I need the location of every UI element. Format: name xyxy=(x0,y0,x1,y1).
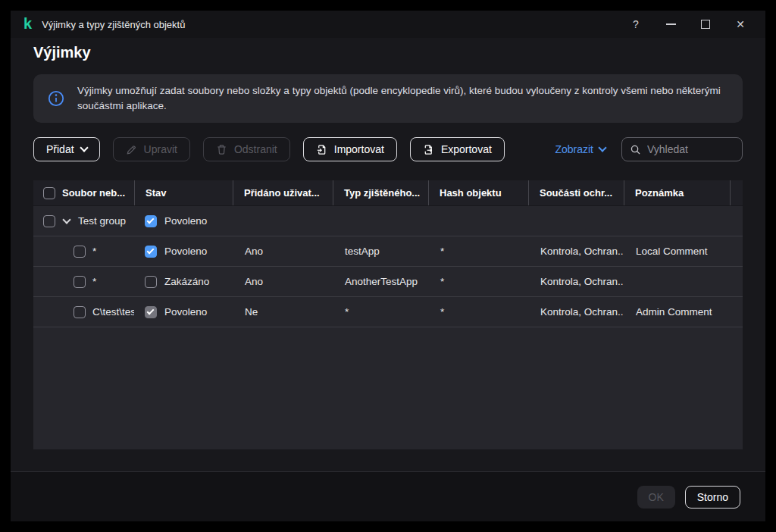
table-row[interactable]: * Zakázáno Ano AnotherTestApp * Kontrola… xyxy=(33,267,743,297)
file-or-folder-value: C\test\tes... xyxy=(92,306,134,318)
help-button[interactable]: ? xyxy=(618,11,653,38)
added-by-user-value: Ano xyxy=(233,236,333,266)
cancel-button[interactable]: Storno xyxy=(685,486,740,509)
column-header-spacer xyxy=(730,180,743,205)
add-button-label: Přidat xyxy=(46,143,74,155)
maximize-button[interactable] xyxy=(688,11,723,38)
toolbar: Přidat Upravit Odstranit Import xyxy=(33,137,743,161)
components-value: Kontrola, Ochran... xyxy=(528,236,624,266)
chevron-down-icon xyxy=(80,143,88,152)
info-banner-text: Výjimky umožňují zadat soubory nebo slož… xyxy=(77,83,729,114)
show-dropdown-label: Zobrazit xyxy=(555,143,593,155)
add-button[interactable]: Přidat xyxy=(33,137,100,161)
status-checkbox[interactable] xyxy=(145,246,157,258)
export-icon xyxy=(423,144,434,155)
file-or-folder-value: * xyxy=(92,276,96,287)
status-label: Zakázáno xyxy=(164,276,209,287)
window-title: Výjimky a typy zjištěných objektů xyxy=(42,19,185,30)
status-checkbox[interactable] xyxy=(145,215,157,227)
info-icon xyxy=(47,89,65,108)
column-header-status[interactable]: Stav xyxy=(134,180,233,205)
column-header-object-type[interactable]: Typ zjištěného... xyxy=(333,180,428,205)
page-title: Výjimky xyxy=(33,44,91,61)
import-button-label: Importovat xyxy=(334,143,384,155)
column-header-added-by-user[interactable]: Přidáno uživat... xyxy=(233,180,333,205)
column-header-components[interactable]: Součásti ochr... xyxy=(528,180,624,205)
row-select-checkbox[interactable] xyxy=(74,276,86,288)
comment-value: Local Comment xyxy=(624,236,730,266)
status-label: Povoleno xyxy=(164,306,207,318)
kaspersky-logo-icon: k xyxy=(23,16,32,31)
hash-value: * xyxy=(428,267,528,296)
column-header-file[interactable]: Soubor neb... xyxy=(58,180,134,205)
status-checkbox[interactable] xyxy=(145,276,157,288)
delete-button-label: Odstranit xyxy=(234,143,277,155)
chevron-down-icon xyxy=(598,143,606,152)
trash-icon xyxy=(216,144,227,155)
group-name: Test group xyxy=(78,215,126,227)
export-button[interactable]: Exportovat xyxy=(410,137,505,161)
edit-button[interactable]: Upravit xyxy=(113,137,190,161)
comment-value xyxy=(624,267,730,296)
close-button[interactable]: ✕ xyxy=(723,11,758,38)
components-value: Kontrola, Ochran... xyxy=(528,267,624,296)
edit-button-label: Upravit xyxy=(144,143,177,155)
title-bar: k Výjimky a typy zjištěných objektů ? ✕ xyxy=(11,11,765,38)
pencil-icon xyxy=(126,144,137,155)
exclusions-table: Soubor neb... Stav Přidáno uživat... Typ… xyxy=(33,180,743,449)
added-by-user-value: Ano xyxy=(233,267,333,296)
import-button[interactable]: Importovat xyxy=(303,137,397,161)
window-controls: ? ✕ xyxy=(618,11,758,38)
file-or-folder-value: * xyxy=(92,246,96,257)
show-dropdown[interactable]: Zobrazit xyxy=(555,143,605,155)
hash-value: * xyxy=(428,236,528,266)
row-select-checkbox[interactable] xyxy=(74,246,86,258)
select-all-checkbox[interactable] xyxy=(43,187,55,199)
row-select-checkbox[interactable] xyxy=(43,215,55,227)
comment-value: Admin Comment xyxy=(624,297,730,327)
ok-button[interactable]: OK xyxy=(637,486,675,509)
close-icon: ✕ xyxy=(736,18,745,30)
table-row[interactable]: * Povoleno Ano testApp * Kontrola, Ochra… xyxy=(33,236,743,267)
maximize-icon xyxy=(701,20,710,29)
minimize-icon xyxy=(666,23,676,25)
table-row-group[interactable]: Test group Povoleno xyxy=(33,206,743,236)
search-input[interactable] xyxy=(647,143,734,155)
app-window: k Výjimky a typy zjištěných objektů ? ✕ … xyxy=(11,11,765,521)
status-label: Povoleno xyxy=(164,215,207,227)
table-row[interactable]: C\test\tes... Povoleno Ne * * Kontrola, … xyxy=(33,297,743,327)
object-type-value: AnotherTestApp xyxy=(333,267,428,296)
column-header-comment[interactable]: Poznámka xyxy=(624,180,730,205)
delete-button[interactable]: Odstranit xyxy=(203,137,290,161)
collapse-chevron-icon[interactable] xyxy=(62,215,70,224)
status-label: Povoleno xyxy=(164,246,207,257)
footer-bar: OK Storno xyxy=(11,471,765,521)
help-icon: ? xyxy=(633,18,639,30)
table-header: Soubor neb... Stav Přidáno uživat... Typ… xyxy=(33,180,743,206)
object-type-value: testApp xyxy=(333,236,428,266)
components-value: Kontrola, Ochran... xyxy=(528,297,624,327)
info-banner: Výjimky umožňují zadat soubory nebo slož… xyxy=(33,74,743,123)
hash-value: * xyxy=(428,297,528,327)
search-icon xyxy=(630,144,641,155)
status-checkbox[interactable] xyxy=(145,306,157,318)
table-body: Test group Povoleno * Povoleno Ano testA… xyxy=(33,206,743,327)
minimize-button[interactable] xyxy=(653,11,688,38)
row-select-checkbox[interactable] xyxy=(74,306,86,318)
column-header-hash[interactable]: Hash objektu xyxy=(428,180,528,205)
object-type-value: * xyxy=(333,297,428,327)
search-box[interactable] xyxy=(621,137,743,161)
export-button-label: Exportovat xyxy=(441,143,492,155)
import-icon xyxy=(316,144,327,155)
added-by-user-value: Ne xyxy=(233,297,333,327)
